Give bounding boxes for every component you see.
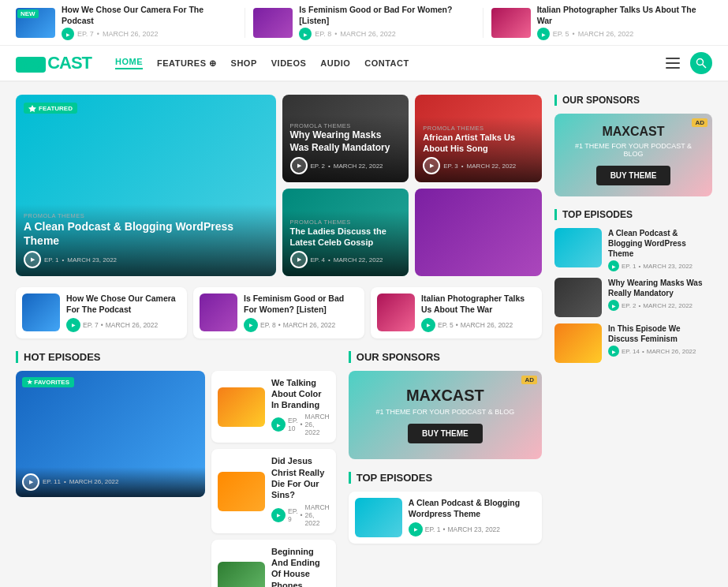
play-btn-tb1[interactable] — [62, 28, 74, 40]
main-container: FEATURED PROMOLA THEMES A Clean Podcast … — [0, 82, 728, 587]
bottom-top-ep-title: TOP EPISODES — [349, 472, 542, 484]
sidebar-ep-meta-3: EP. 14 • MARCH 26, 2022 — [608, 346, 712, 357]
bottom-top-episodes: TOP EPISODES A Clean Podcast & Blogging … — [349, 472, 542, 544]
sidebar-sponsor-box: AD MAXCAST #1 THEME FOR YOUR PODCAST & B… — [554, 114, 712, 196]
horiz-info-2: Is Feminism Good or Bad For Women? [List… — [244, 294, 358, 331]
nav-contact[interactable]: CONTACT — [364, 58, 409, 68]
svg-point-3 — [697, 59, 704, 65]
header: MAXCAST HOME FEATURES ⊕ SHOP VIDEOS AUDI… — [0, 46, 728, 82]
logo-box: MAX — [16, 57, 46, 73]
svg-rect-2 — [666, 67, 680, 69]
play-btn-se1[interactable] — [608, 260, 619, 271]
sidebar-ep-1[interactable]: A Clean Podcast & Blogging WordPress The… — [554, 228, 712, 271]
sidebar-top-ep-title: TOP EPISODES — [554, 209, 712, 220]
card-title-1: A Clean Podcast & Blogging WordPress The… — [24, 219, 268, 248]
top-bar-item-1[interactable]: NEW How We Chose Our Camera For The Podc… — [16, 5, 237, 40]
hot-item-2[interactable]: Did Jesus Christ Really Die For Our Sins… — [211, 449, 336, 533]
svg-rect-1 — [666, 62, 680, 64]
bottom-top-ep-card[interactable]: A Clean Podcast & Blogging Wordpress The… — [349, 492, 542, 544]
hot-ep-1: EP. 10 • MARCH 26, 2022 — [271, 413, 330, 436]
bottom-top-ep-meta: EP. 1 • MARCH 23, 2022 — [409, 522, 536, 537]
sidebar-ep-meta-1: EP. 1 • MARCH 23, 2022 — [608, 260, 712, 271]
play-btn-se3[interactable] — [608, 346, 619, 357]
horiz-card-3[interactable]: Italian Photographer Talks Us About The … — [371, 287, 542, 338]
nav-videos[interactable]: VIDEOS — [271, 58, 307, 68]
nav-features[interactable]: FEATURES ⊕ — [157, 58, 217, 69]
sidebar-ep-3[interactable]: In This Episode We Discuss Feminism EP. … — [554, 323, 712, 363]
play-btn-h3[interactable] — [421, 318, 435, 332]
play-btn-bte1[interactable] — [409, 522, 423, 537]
sidebar-ep-info-3: In This Episode We Discuss Feminism EP. … — [608, 323, 712, 357]
bottom-top-ep-info: A Clean Podcast & Blogging Wordpress The… — [409, 498, 536, 536]
top-bar-title-2: Is Feminism Good or Bad For Women? [List… — [299, 5, 474, 26]
horiz-ep-3: EP. 5 • MARCH 26, 2022 — [421, 318, 536, 332]
content-area: FEATURED PROMOLA THEMES A Clean Podcast … — [16, 95, 542, 587]
sidebar-ep-info-2: Why Wearing Masks Was Really Mandatory E… — [608, 278, 712, 311]
play-btn-tb2[interactable] — [299, 28, 312, 40]
sponsor-box-main: AD MAXCAST #1 THEME FOR YOUR PODCAST & B… — [349, 371, 542, 459]
play-btn-hl2[interactable] — [271, 508, 286, 522]
play-circle-4[interactable] — [290, 251, 308, 268]
hot-featured-card[interactable]: ★ FAVORITES EP. 11 • MARCH 26, 2022 — [16, 371, 205, 497]
hot-title-1: We Talking About Color In Branding — [271, 377, 330, 411]
top-bar-item-3[interactable]: Italian Photographer Talks Us About The … — [491, 5, 712, 40]
card-ep-3: EP. 3 • MARCH 22, 2022 — [423, 157, 534, 174]
divider-2 — [483, 8, 483, 38]
divider-1 — [245, 8, 245, 38]
card-overlay-3: PROMOLA THEMES African Artist Talks Us A… — [415, 117, 542, 183]
logo[interactable]: MAXCAST — [16, 53, 91, 73]
sidebar-sponsor-logo: MAXCAST — [566, 125, 701, 139]
featured-badge: FEATURED — [24, 103, 77, 114]
nav-audio[interactable]: AUDIO — [320, 58, 350, 68]
play-btn-h1[interactable] — [66, 318, 80, 332]
play-btn-hl1[interactable] — [271, 417, 286, 432]
card-label-1: PROMOLA THEMES — [24, 212, 268, 219]
sponsors-section-title-main: OUR SPONSORS — [349, 351, 542, 363]
bottom-top-ep-title-text: A Clean Podcast & Blogging Wordpress The… — [409, 498, 536, 519]
nav-shop[interactable]: SHOP — [231, 58, 257, 68]
sponsor-logo-main: MAXCAST — [364, 387, 526, 405]
play-btn-se2[interactable] — [608, 300, 619, 311]
hot-title-2: Did Jesus Christ Really Die For Our Sins… — [271, 455, 330, 500]
hot-title-3: Beginning And Ending Of House Phones — [271, 546, 330, 587]
search-icon[interactable] — [690, 52, 712, 74]
horiz-card-2[interactable]: Is Feminism Good or Bad For Women? [List… — [193, 287, 364, 338]
right-col-section: OUR SPONSORS AD MAXCAST #1 THEME FOR YOU… — [349, 351, 542, 587]
main-nav: HOME FEATURES ⊕ SHOP VIDEOS AUDIO CONTAC… — [115, 57, 409, 69]
hot-info-2: Did Jesus Christ Really Die For Our Sins… — [271, 455, 330, 526]
featured-card-4[interactable]: PROMOLA THEMES The Ladies Discuss the La… — [282, 189, 409, 276]
hot-item-1[interactable]: We Talking About Color In Branding EP. 1… — [211, 371, 336, 443]
ad-badge-main: AD — [521, 376, 537, 384]
svg-line-4 — [703, 65, 707, 69]
sidebar-ep-2[interactable]: Why Wearing Masks Was Really Mandatory E… — [554, 278, 712, 317]
top-bar-title-3: Italian Photographer Talks Us About The … — [537, 5, 712, 26]
card-ep-1: EP. 1 • MARCH 23, 2022 — [24, 251, 268, 268]
featured-card-3[interactable]: PROMOLA THEMES African Artist Talks Us A… — [415, 95, 542, 182]
play-btn-h2[interactable] — [244, 318, 258, 332]
new-badge: NEW — [17, 9, 39, 18]
nav-home[interactable]: HOME — [115, 57, 143, 69]
play-btn-tb3[interactable] — [537, 28, 550, 40]
featured-card-2[interactable]: PROMOLA THEMES Why Wearing Masks Was Rea… — [282, 95, 409, 182]
horiz-list: How We Chose Our Camera For The Podcast … — [16, 287, 542, 338]
horiz-ep-2: EP. 8 • MARCH 26, 2022 — [244, 318, 358, 332]
card-overlay-4: PROMOLA THEMES The Ladies Discuss the La… — [282, 211, 409, 277]
buy-theme-btn-main[interactable]: BUY THEME — [408, 424, 483, 443]
hot-grid: ★ FAVORITES EP. 11 • MARCH 26, 2022 — [16, 371, 336, 587]
two-col-section: HOT EPISODES ★ FAVORITES EP. 11 • MARCH … — [16, 351, 542, 587]
play-circle-3[interactable] — [423, 157, 440, 174]
top-bar-item-2[interactable]: Is Feminism Good or Bad For Women? [List… — [253, 5, 474, 40]
horiz-title-2: Is Feminism Good or Bad For Women? [List… — [244, 294, 358, 315]
hamburger-icon[interactable] — [663, 54, 682, 73]
svg-rect-0 — [666, 58, 680, 59]
play-circle-hot[interactable] — [22, 473, 39, 491]
sidebar-top-episodes: TOP EPISODES A Clean Podcast & Blogging … — [554, 209, 712, 363]
featured-card-1[interactable]: FEATURED PROMOLA THEMES A Clean Podcast … — [16, 95, 276, 276]
hot-item-3[interactable]: Beginning And Ending Of House Phones EP.… — [211, 540, 336, 587]
horiz-card-1[interactable]: How We Chose Our Camera For The Podcast … — [16, 287, 187, 338]
play-circle-2[interactable] — [290, 157, 308, 174]
play-circle-1[interactable] — [24, 251, 41, 268]
hot-featured-ep: EP. 11 • MARCH 26, 2022 — [22, 473, 199, 491]
card-title-4: The Ladies Discuss the Latest Celeb Goss… — [290, 226, 401, 249]
sidebar-buy-btn[interactable]: BUY THEME — [596, 166, 671, 185]
